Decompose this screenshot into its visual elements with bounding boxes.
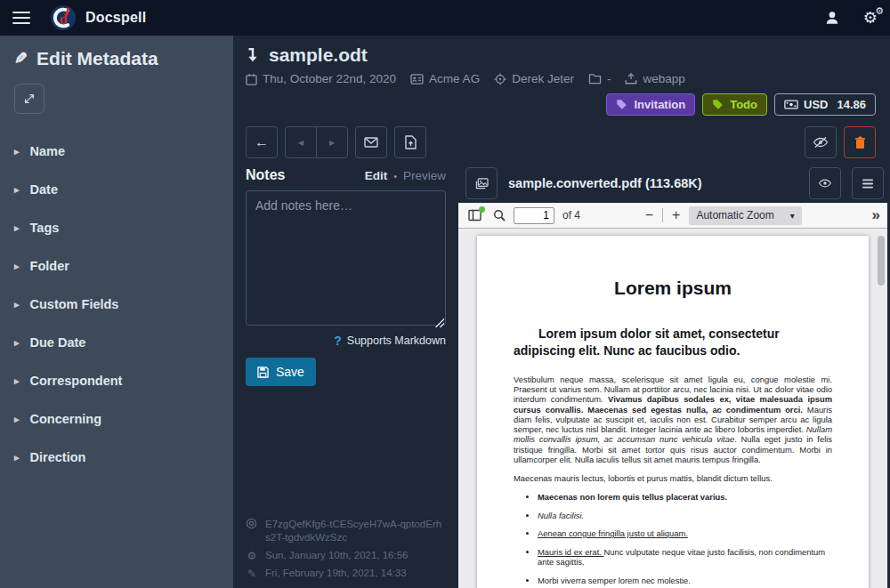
- caret-right-icon: ▸: [14, 222, 20, 234]
- user-icon[interactable]: [824, 10, 840, 26]
- app-brand: d Docspell: [50, 4, 146, 31]
- eye-slash-icon: [813, 136, 829, 149]
- notes-panel: Notes Edit • Preview ? Supports Markdown: [233, 164, 458, 588]
- hamburger-menu-icon[interactable]: [12, 8, 30, 28]
- caret-right-icon: ▸: [14, 452, 20, 463]
- save-button[interactable]: Save: [246, 358, 316, 386]
- file-upload-icon: [405, 135, 417, 149]
- tag-badge-invitation[interactable]: Invitation: [606, 93, 695, 116]
- trash-icon: [854, 136, 866, 149]
- sidebar-item-custom-fields[interactable]: ▸ Custom Fields: [14, 290, 219, 318]
- item-id: E7zgQefKfg6-tCEScyeH7wA-qptodErhs2T-tgdv…: [265, 518, 443, 545]
- sidebar-item-tags[interactable]: ▸ Tags: [14, 213, 219, 242]
- item-date: Thu, October 22nd, 2020: [246, 72, 396, 85]
- docspell-logo-icon: d: [50, 4, 77, 31]
- tag-icon: [712, 99, 724, 110]
- pdf-page-area: Lorem ipsum Lorem ipsum dolor sit amet, …: [458, 229, 887, 588]
- zoom-select[interactable]: Automatic Zoom ▾: [689, 206, 801, 225]
- custom-field-badge-usd[interactable]: USD 14.86: [774, 93, 876, 116]
- item-updated-row: ✎ Fri, February 19th, 2021, 14:33: [246, 567, 446, 581]
- back-button[interactable]: ←: [246, 126, 278, 158]
- gear-icon: ⚙: [246, 549, 258, 563]
- attachment-list-button[interactable]: [465, 167, 498, 199]
- svg-text:d: d: [60, 12, 68, 27]
- item-folder: -: [588, 72, 611, 85]
- sidebar-item-name[interactable]: ▸ Name: [14, 137, 219, 165]
- page-number-input[interactable]: [514, 207, 554, 224]
- pdf-scrollbar-thumb[interactable]: [878, 236, 885, 286]
- pdf-sidebar-toggle-button[interactable]: [465, 206, 485, 224]
- item-meta-row: Thu, October 22nd, 2020 Acme AG: [246, 72, 876, 85]
- arrow-turn-down-icon: [246, 47, 260, 63]
- markdown-hint-link[interactable]: ? Supports Markdown: [246, 334, 446, 348]
- doc-bullet: Aenean congue fringilla justo ut aliquam…: [538, 528, 832, 538]
- item-title-row: sample.odt: [246, 44, 876, 66]
- expand-arrows-icon: [23, 93, 36, 105]
- caret-right-icon: ▸: [14, 184, 20, 196]
- textarea-resize-handle[interactable]: [435, 318, 444, 327]
- search-icon[interactable]: [493, 209, 506, 222]
- sidebar-item-concerning[interactable]: ▸ Concerning: [14, 405, 219, 433]
- eye-icon: [818, 178, 832, 189]
- pdf-page: Lorem ipsum Lorem ipsum dolor sit amet, …: [477, 236, 869, 588]
- caret-right-icon: ▸: [14, 337, 20, 349]
- expand-all-button[interactable]: [14, 84, 44, 114]
- app-title: Docspell: [85, 10, 146, 26]
- tag-badge-todo[interactable]: Todo: [702, 93, 767, 116]
- sidebar-item-date[interactable]: ▸ Date: [14, 175, 219, 204]
- top-navbar: d Docspell ⚙⚙: [0, 0, 890, 36]
- item-created-row: ⚙ Sun, January 10th, 2021, 16:56: [246, 549, 446, 563]
- item-id-row: E7zgQefKfg6-tCEScyeH7wA-qptodErhs2T-tgdv…: [246, 518, 446, 545]
- doc-bullet-list: Maecenas non lorem quis tellus placerat …: [514, 492, 832, 588]
- notes-title: Notes: [246, 167, 285, 183]
- settings-gears-icon[interactable]: ⚙⚙: [863, 10, 878, 26]
- next-item-button[interactable]: ▸: [316, 126, 348, 158]
- metadata-section-list: ▸ Name ▸ Date ▸ Tags ▸ Folder ▸ Custom F…: [14, 137, 219, 471]
- toolbar-more-button[interactable]: »: [872, 206, 880, 224]
- sidebar-item-direction[interactable]: ▸ Direction: [14, 443, 219, 471]
- bullseye-icon: [246, 518, 257, 529]
- doc-title: Lorem ipsum: [514, 278, 832, 299]
- pdfjs-toolbar: of 4 − + Automatic Zoom ▾ »: [458, 203, 887, 229]
- view-original-button[interactable]: [809, 167, 841, 199]
- attachment-filename: sample.converted.pdf (113.68K): [508, 176, 798, 190]
- doc-subtitle: Lorem ipsum dolor sit amet, consectetur …: [514, 326, 832, 359]
- prev-item-button[interactable]: ◂: [285, 126, 317, 158]
- item-detail-main: sample.odt Thu, October 22nd, 2020: [233, 36, 890, 588]
- pencil-icon: ✎: [14, 49, 28, 68]
- sidebar-item-correspondent[interactable]: ▸ Correspondent: [14, 366, 219, 395]
- badge-row: Invitation Todo USD 14.86: [246, 93, 876, 116]
- unconfirm-button[interactable]: [805, 126, 837, 158]
- sidebar-title-label: Edit Metadata: [36, 48, 158, 69]
- sidebar-item-folder[interactable]: ▸ Folder: [14, 252, 219, 280]
- zoom-in-button[interactable]: +: [672, 208, 680, 222]
- item-updated: Fri, February 19th, 2021, 14:33: [265, 567, 407, 581]
- bars-icon: [862, 179, 874, 189]
- item-person: Derek Jeter: [494, 72, 574, 85]
- caret-right-icon: ▸: [14, 146, 20, 157]
- sidebar-item-due-date[interactable]: ▸ Due Date: [14, 328, 219, 357]
- page-count-label: of 4: [562, 209, 580, 222]
- zoom-out-button[interactable]: −: [645, 208, 653, 222]
- doc-paragraph: Vestibulum neque massa, scelerisque sit …: [514, 375, 832, 465]
- caret-right-icon: ▸: [14, 414, 20, 425]
- crosshair-icon: [494, 73, 506, 85]
- upload-icon: [625, 73, 637, 85]
- question-icon: ?: [334, 334, 342, 348]
- notes-tab-preview[interactable]: Preview: [403, 169, 446, 182]
- send-mail-button[interactable]: [355, 126, 387, 158]
- attachment-header: sample.converted.pdf (113.68K): [458, 164, 887, 203]
- delete-button[interactable]: [844, 126, 876, 158]
- tab-separator-dot: •: [393, 171, 397, 181]
- envelope-icon: [364, 137, 378, 148]
- add-files-button[interactable]: [394, 126, 426, 158]
- notes-input[interactable]: [246, 190, 446, 326]
- caret-right-icon: ▸: [14, 299, 20, 310]
- images-icon: [475, 178, 489, 189]
- calendar-icon: [246, 73, 257, 85]
- doc-bullet: Morbi viverra semper lorem nec molestie.: [538, 576, 832, 585]
- notes-tab-edit[interactable]: Edit: [365, 169, 388, 182]
- item-meta-footer: E7zgQefKfg6-tCEScyeH7wA-qptodErhs2T-tgdv…: [246, 514, 446, 581]
- attachment-menu-button[interactable]: [852, 167, 884, 199]
- tag-icon: [616, 99, 627, 110]
